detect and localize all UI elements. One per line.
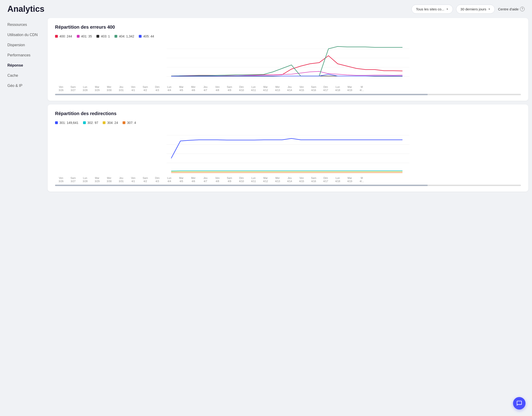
legend-dot-301 bbox=[55, 121, 58, 124]
legend-dot-405 bbox=[139, 35, 142, 38]
legend-400: 400: 244 bbox=[55, 34, 72, 38]
chart1-scrollbar-track[interactable] bbox=[55, 94, 521, 95]
xaxis-label: Ven4/15 bbox=[296, 85, 308, 92]
xaxis-label: Jeu4/14 bbox=[284, 176, 296, 183]
legend-307: 307: 4 bbox=[123, 121, 136, 124]
xaxis-label: M4/... bbox=[356, 176, 368, 183]
xaxis-label: Jeu4/7 bbox=[199, 176, 212, 183]
legend-label-301: 301: 149,641 bbox=[59, 121, 78, 124]
legend-dot-401 bbox=[77, 35, 80, 38]
sidebar-item-ressources[interactable]: Ressources bbox=[4, 20, 48, 29]
xaxis-label: Mar4/19 bbox=[344, 85, 356, 92]
site-selector-label: Tous les sites co... bbox=[416, 7, 444, 11]
xaxis-label: Lun4/18 bbox=[332, 85, 344, 92]
legend-302: 302: 97 bbox=[83, 121, 98, 124]
xaxis-label: Ven4/15 bbox=[296, 176, 308, 183]
xaxis-label: Mer4/13 bbox=[271, 85, 284, 92]
header: Analytics Tous les sites co... ▼ 30 dern… bbox=[0, 0, 532, 18]
xaxis-label: Jeu4/14 bbox=[284, 85, 296, 92]
legend-dot-400 bbox=[55, 35, 58, 38]
help-icon: ? bbox=[520, 7, 525, 11]
legend-label-405: 405: 44 bbox=[143, 34, 154, 38]
chevron-down-icon: ▼ bbox=[488, 8, 490, 10]
legend-dot-403 bbox=[97, 35, 99, 38]
xaxis-label: Mar4/12 bbox=[260, 176, 271, 183]
line-301 bbox=[171, 138, 402, 158]
header-controls: Tous les sites co... ▼ 30 derniers jours… bbox=[412, 5, 525, 14]
xaxis-label: Sam3/27 bbox=[67, 176, 79, 183]
xaxis-label: Sam4/2 bbox=[139, 85, 151, 92]
xaxis-label: Dim4/3 bbox=[151, 176, 163, 183]
legend-dot-304 bbox=[103, 121, 106, 124]
chart-redirections: Répartition des redirections 301: 149,64… bbox=[48, 104, 528, 192]
xaxis-label: Dim4/17 bbox=[320, 176, 332, 183]
xaxis-label: Dim4/10 bbox=[235, 176, 248, 183]
xaxis-label: Sam4/9 bbox=[223, 176, 235, 183]
xaxis-label: Ven4/8 bbox=[212, 176, 223, 183]
xaxis-label: Ven4/8 bbox=[212, 85, 223, 92]
legend-403: 403: 1 bbox=[97, 34, 110, 38]
chart2-scrollbar-track[interactable] bbox=[55, 185, 521, 186]
xaxis-label: Dim4/10 bbox=[235, 85, 248, 92]
legend-label-401: 401: 35 bbox=[81, 34, 92, 38]
legend-label-403: 403: 1 bbox=[101, 34, 110, 38]
chat-button[interactable] bbox=[513, 397, 525, 409]
line-400 bbox=[171, 56, 402, 76]
sidebar-item-reponse[interactable]: Réponse bbox=[4, 61, 48, 70]
xaxis-label: Dim4/3 bbox=[151, 85, 163, 92]
chart1-scrollbar-thumb bbox=[55, 94, 428, 95]
xaxis-label: Mer4/6 bbox=[187, 176, 199, 183]
legend-label-307: 307: 4 bbox=[127, 121, 136, 124]
sidebar-item-geo[interactable]: Géo & IP bbox=[4, 81, 48, 91]
xaxis-label: Lun4/18 bbox=[332, 176, 344, 183]
xaxis-label: Sam4/9 bbox=[223, 85, 235, 92]
chart2-legend: 301: 149,641 302: 97 304: 24 307: 4 bbox=[55, 121, 521, 124]
chat-icon bbox=[516, 400, 522, 406]
legend-404: 404: 1,342 bbox=[115, 34, 134, 38]
legend-dot-307 bbox=[123, 121, 125, 124]
chart1-svg bbox=[55, 42, 521, 84]
xaxis-label: Lun3/28 bbox=[79, 85, 91, 92]
xaxis-label: Sam3/27 bbox=[67, 85, 79, 92]
xaxis-label: Ven3/26 bbox=[55, 85, 67, 92]
xaxis-label: Dim4/17 bbox=[320, 85, 332, 92]
legend-401: 401: 35 bbox=[77, 34, 92, 38]
period-selector-button[interactable]: 30 derniers jours ▼ bbox=[456, 5, 495, 14]
xaxis-label: Mar3/29 bbox=[91, 176, 103, 183]
xaxis-label: Lun4/11 bbox=[248, 85, 260, 92]
xaxis-label: Mar4/19 bbox=[344, 176, 356, 183]
sidebar-item-cdn[interactable]: Utilisation du CDN bbox=[4, 30, 48, 40]
xaxis-label: Sam4/2 bbox=[139, 176, 151, 183]
xaxis-label: Mar4/5 bbox=[175, 176, 187, 183]
xaxis-label: Jeu3/31 bbox=[115, 176, 127, 183]
sidebar-item-performances[interactable]: Performances bbox=[4, 50, 48, 60]
legend-label-404: 404: 1,342 bbox=[119, 34, 134, 38]
site-selector-button[interactable]: Tous les sites co... ▼ bbox=[412, 5, 453, 14]
line-302 bbox=[171, 171, 402, 171]
sidebar-item-cache[interactable]: Cache bbox=[4, 71, 48, 80]
page-title: Analytics bbox=[7, 4, 412, 14]
xaxis-label: Mer4/6 bbox=[187, 85, 199, 92]
xaxis-label: Jeu3/31 bbox=[115, 85, 127, 92]
sidebar: Ressources Utilisation du CDN Dispersion… bbox=[4, 18, 48, 192]
xaxis-label: Lun3/28 bbox=[79, 176, 91, 183]
legend-label-302: 302: 97 bbox=[87, 121, 98, 124]
xaxis-label: Ven3/26 bbox=[55, 176, 67, 183]
xaxis-label: Lun4/4 bbox=[163, 85, 175, 92]
sidebar-item-dispersion[interactable]: Dispersion bbox=[4, 40, 48, 50]
xaxis-label: Mer3/30 bbox=[103, 85, 115, 92]
legend-405: 405: 44 bbox=[139, 34, 154, 38]
xaxis-label: Mer3/30 bbox=[103, 176, 115, 183]
xaxis-label: Mar4/12 bbox=[260, 85, 271, 92]
xaxis-label: M4/... bbox=[356, 85, 368, 92]
chevron-down-icon: ▼ bbox=[446, 8, 448, 10]
chart2-scrollbar-thumb bbox=[55, 185, 428, 186]
help-link[interactable]: Centre d'aide ? bbox=[498, 7, 525, 11]
chart1-xaxis: Ven3/26Sam3/27Lun3/28Mar3/29Mer3/30Jeu3/… bbox=[55, 84, 521, 92]
layout: Ressources Utilisation du CDN Dispersion… bbox=[0, 18, 532, 199]
xaxis-label: Ven4/1 bbox=[127, 85, 139, 92]
chart2-title: Répartition des redirections bbox=[55, 111, 521, 116]
xaxis-label: Mer4/13 bbox=[271, 176, 284, 183]
xaxis-label: Sam4/16 bbox=[308, 176, 320, 183]
xaxis-label: Mar4/5 bbox=[175, 85, 187, 92]
